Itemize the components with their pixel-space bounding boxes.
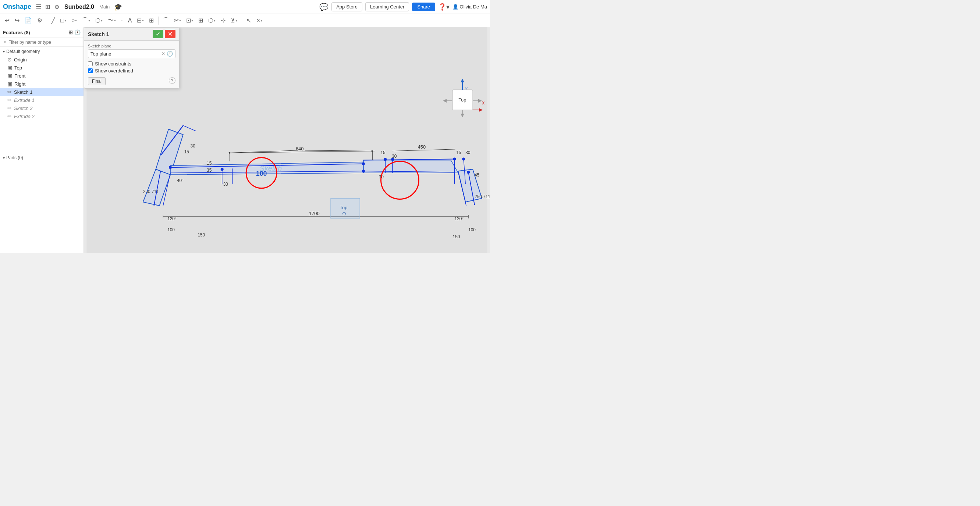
parts-chevron: ▾ xyxy=(3,156,5,160)
user-menu[interactable]: 👤 Olivia De Ma xyxy=(452,4,487,10)
add-feature-icon[interactable]: ⊕ xyxy=(54,3,59,10)
history-icon[interactable]: 🕐 xyxy=(74,29,81,35)
top-label: Top xyxy=(14,65,22,71)
instances-icon[interactable]: ⊞ xyxy=(68,29,73,35)
show-overdefined-checkbox[interactable] xyxy=(88,68,93,73)
undo-button[interactable]: ↩ xyxy=(3,16,11,25)
sidebar-item-extrude1[interactable]: ✏ Extrude 1 xyxy=(0,96,84,104)
sidebar-item-front[interactable]: ▣ Front xyxy=(0,72,84,80)
svg-text:Top: Top xyxy=(340,205,348,210)
final-button[interactable]: Final xyxy=(88,77,106,85)
parts-group[interactable]: ▾ Parts (0) xyxy=(0,154,84,162)
svg-point-26 xyxy=(384,158,387,161)
svg-text:45: 45 xyxy=(474,173,480,178)
svg-text:100: 100 xyxy=(167,227,175,232)
linear-pattern-tool[interactable]: ⊞ xyxy=(196,16,205,25)
extra-tool[interactable]: × ▾ xyxy=(255,17,264,25)
svg-text:100: 100 xyxy=(468,227,476,232)
dimension-tool[interactable]: ⊹ xyxy=(219,16,228,25)
sketch2-label: Sketch 2 xyxy=(14,106,33,111)
slot-tool[interactable]: ⊟ ▾ xyxy=(135,16,146,25)
origin-icon: ⊙ xyxy=(7,57,12,62)
sidebar-item-extrude2[interactable]: ✏ Extrude 2 xyxy=(0,112,84,120)
spline-tool[interactable]: 〜 ▾ xyxy=(106,16,118,25)
sketch-ok-button[interactable]: ✓ xyxy=(153,30,163,38)
sidebar: Features (8) ⊞ 🕐 ⚬ ▾ Default geometry ⊙ … xyxy=(0,27,84,253)
filter-input[interactable] xyxy=(8,40,81,45)
app-store-button[interactable]: App Store xyxy=(331,2,362,11)
features-section: ▾ Default geometry ⊙ Origin ▣ Top ▣ Fron… xyxy=(0,47,84,121)
svg-text:450: 450 xyxy=(418,144,426,150)
sketch1-label: Sketch 1 xyxy=(14,89,33,95)
constraint-tool[interactable]: ⊻ ▾ xyxy=(229,16,239,25)
svg-text:150: 150 xyxy=(197,232,205,238)
text-tool[interactable]: A xyxy=(126,17,134,25)
fillet-tool[interactable]: ⌒ xyxy=(161,16,171,25)
sketch2-icon: ✏ xyxy=(7,105,12,111)
sidebar-item-origin[interactable]: ⊙ Origin xyxy=(0,56,84,63)
svg-text:30: 30 xyxy=(392,154,397,159)
feature-list-icon[interactable]: ⊞ xyxy=(45,3,50,10)
learning-center-button[interactable]: Learning Center xyxy=(365,2,409,11)
line-tool[interactable]: ╱ xyxy=(50,16,57,25)
chat-icon[interactable]: 💬 xyxy=(319,3,329,11)
default-geometry-group[interactable]: ▾ Default geometry xyxy=(0,48,84,56)
document-icon[interactable]: 📄 xyxy=(23,16,34,25)
point-tool[interactable]: · xyxy=(119,17,124,25)
separator-1 xyxy=(47,17,47,25)
svg-text:15: 15 xyxy=(207,161,212,166)
svg-marker-82 xyxy=(461,79,464,82)
svg-point-25 xyxy=(362,170,365,173)
arc-tool[interactable]: ⌒ ▾ xyxy=(80,16,92,25)
onshape-logo[interactable]: Onshape xyxy=(3,3,31,11)
parts-label: Parts (0) xyxy=(6,155,23,160)
circle-tool[interactable]: ○ ▾ xyxy=(70,17,79,25)
svg-text:250.711: 250.711 xyxy=(143,189,159,194)
sketch-plane-value[interactable]: Top plane ✕ 🕐 xyxy=(88,49,175,58)
offset-tool[interactable]: ⊡ ▾ xyxy=(184,16,195,25)
cube-svg: Y X Top xyxy=(439,57,486,130)
pointer-tool[interactable]: ↖ xyxy=(245,16,253,25)
show-constraints-row: Show constraints xyxy=(88,61,175,67)
features-header: Features (8) ⊞ 🕐 xyxy=(0,27,84,38)
redo-button[interactable]: ↪ xyxy=(13,16,21,25)
plane-clock-icon[interactable]: 🕐 xyxy=(167,51,173,57)
sidebar-item-sketch2[interactable]: ✏ Sketch 2 xyxy=(0,104,84,112)
plane-text: Top plane xyxy=(91,51,111,57)
top-nav: Onshape ☰ ⊞ ⊕ Sunbed2.0 Main 🎓 💬 App Sto… xyxy=(0,0,490,14)
trim-tool[interactable]: ✂ ▾ xyxy=(172,16,183,25)
sidebar-item-right[interactable]: ▣ Right xyxy=(0,80,84,88)
poly-tool[interactable]: ⬡ ▾ xyxy=(94,16,105,25)
right-plane-icon: ▣ xyxy=(7,81,12,87)
svg-text:15: 15 xyxy=(457,150,462,155)
sketch-panel: Sketch 1 ✓ ✕ Sketch plane Top plane ✕ 🕐 … xyxy=(84,27,180,89)
convert-tool[interactable]: ⬡ ▾ xyxy=(206,16,217,25)
settings-icon[interactable]: ⚙ xyxy=(35,16,44,25)
sidebar-item-top[interactable]: ▣ Top xyxy=(0,63,84,72)
svg-text:40°: 40° xyxy=(177,178,184,183)
svg-text:30: 30 xyxy=(191,143,196,149)
rect-tool[interactable]: □ ▾ xyxy=(59,17,68,25)
origin-label: Origin xyxy=(14,57,27,62)
share-button[interactable]: Share xyxy=(412,3,435,11)
filter-bar: ⚬ xyxy=(0,38,84,47)
svg-text:100: 100 xyxy=(256,170,267,177)
menu-icon[interactable]: ☰ xyxy=(36,3,41,11)
mirror-tool[interactable]: ⊞ xyxy=(147,16,156,25)
sidebar-header-icons: ⊞ 🕐 xyxy=(68,29,81,35)
sketch-cancel-button[interactable]: ✕ xyxy=(165,30,175,38)
extrude2-icon: ✏ xyxy=(7,113,12,119)
front-plane-icon: ▣ xyxy=(7,73,12,79)
svg-point-30 xyxy=(467,171,470,174)
cube-widget[interactable]: Y X Top xyxy=(439,57,486,130)
show-constraints-checkbox[interactable] xyxy=(88,62,93,66)
help-icon[interactable]: ? xyxy=(169,77,175,84)
extrude1-icon: ✏ xyxy=(7,97,12,103)
sketch-panel-title: Sketch 1 xyxy=(88,31,153,37)
svg-marker-84 xyxy=(479,108,483,112)
plane-clear-icon[interactable]: ✕ xyxy=(161,51,165,56)
svg-text:250.711: 250.711 xyxy=(474,194,490,199)
sidebar-item-sketch1[interactable]: ✏ Sketch 1 xyxy=(0,88,84,96)
graduate-icon[interactable]: 🎓 xyxy=(114,3,122,11)
help-icon[interactable]: ❓▾ xyxy=(438,3,450,11)
